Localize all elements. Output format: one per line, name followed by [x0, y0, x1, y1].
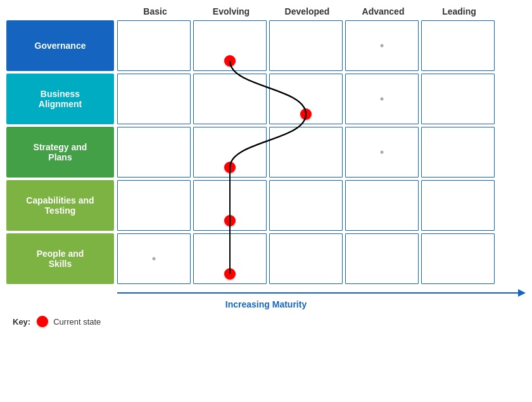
cell-ba-3 [345, 74, 419, 124]
dot-people-skills [224, 268, 236, 280]
label-strategy-plans: Strategy andPlans [6, 127, 114, 178]
cell-ct-0 [117, 180, 191, 231]
cell-ct-3 [345, 180, 419, 231]
row-business-alignment: BusinessAlignment [6, 74, 526, 124]
cells-governance [117, 20, 526, 71]
row-people-skills: People andSkills [6, 233, 526, 284]
label-people-skills: People andSkills [6, 233, 114, 284]
cell-ct-1 [193, 180, 267, 231]
cells-strategy-plans [117, 127, 526, 178]
cells-capabilities-testing [117, 180, 526, 231]
cell-ba-4 [421, 74, 495, 124]
cell-ct-4 [421, 180, 495, 231]
cell-gov-3 [345, 20, 419, 71]
label-business-alignment: BusinessAlignment [6, 74, 114, 124]
key-row: Key: Current state [13, 316, 101, 327]
cell-ps-0 [117, 233, 191, 284]
cell-gov-0 [117, 20, 191, 71]
key-prefix: Key: [13, 317, 30, 327]
cell-ps-2 [269, 233, 343, 284]
header-evolving: Evolving [193, 6, 269, 16]
main-container: Basic Evolving Developed Advanced Leadin… [0, 0, 532, 402]
grid-area: Governance BusinessAlignment [6, 20, 526, 284]
dot-strategy-plans [224, 162, 236, 173]
header-basic: Basic [117, 6, 193, 16]
row-governance: Governance [6, 20, 526, 71]
row-capabilities-testing: Capabilities andTesting [6, 180, 526, 231]
cell-gov-4 [421, 20, 495, 71]
header-leading: Leading [421, 6, 497, 16]
cell-ba-2 [269, 74, 343, 124]
grid-wrapper: Governance BusinessAlignment [6, 20, 526, 284]
column-headers: Basic Evolving Developed Advanced Leadin… [117, 6, 526, 16]
cell-sp-2 [269, 127, 343, 178]
header-advanced: Advanced [345, 6, 421, 16]
label-capabilities-testing: Capabilities andTesting [6, 180, 114, 231]
row-strategy-plans: Strategy andPlans [6, 127, 526, 178]
dot-capabilities-testing [224, 215, 236, 226]
header-developed: Developed [269, 6, 345, 16]
cell-ps-1 [193, 233, 267, 284]
cell-sp-1 [193, 127, 267, 178]
axis-arrowhead [518, 289, 526, 297]
cell-gov-1 [193, 20, 267, 71]
key-text: Current state [53, 317, 101, 327]
cell-sp-3 [345, 127, 419, 178]
axis-arrow [117, 289, 526, 297]
cell-ba-0 [117, 74, 191, 124]
dot-business-alignment [300, 108, 312, 120]
dot-governance [224, 55, 236, 67]
label-governance: Governance [6, 20, 114, 71]
cell-ba-1 [193, 74, 267, 124]
key-dot-icon [37, 316, 48, 327]
bottom-section: Increasing Maturity [6, 289, 526, 309]
cell-ct-2 [269, 180, 343, 231]
axis-line [117, 292, 518, 294]
cells-business-alignment [117, 74, 526, 124]
cell-ps-4 [421, 233, 495, 284]
cell-ps-3 [345, 233, 419, 284]
cell-gov-2 [269, 20, 343, 71]
cell-sp-0 [117, 127, 191, 178]
cells-people-skills [117, 233, 526, 284]
axis-label: Increasing Maturity [225, 299, 307, 309]
cell-sp-4 [421, 127, 495, 178]
